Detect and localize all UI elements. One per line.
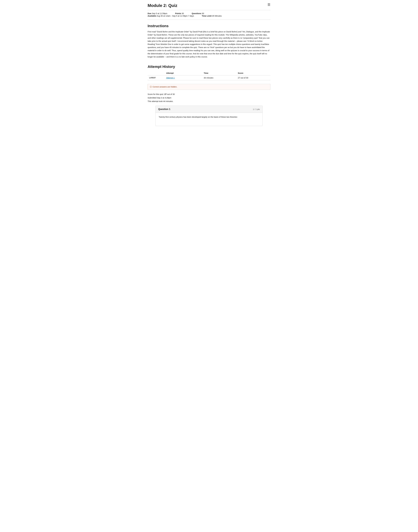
page-title: Module 2: Quiz xyxy=(148,3,177,8)
available-label: Available Aug 30 at 12am - Sep 5 at 11:5… xyxy=(148,15,194,17)
results-section: ⓘCorrect answers are hidden. Score for t… xyxy=(148,84,270,126)
hamburger-icon[interactable]: ☰ xyxy=(267,3,270,6)
meta-section: Due Sep 5 at 11:59pm Points 30 Questions… xyxy=(148,12,270,17)
instructions-section: Instructions First read "David Bohm and … xyxy=(148,24,270,58)
attempt-link-cell[interactable]: Attempt 1 xyxy=(165,75,202,80)
score-section: Score for this quiz: 27 out of 30 Submit… xyxy=(148,92,270,103)
col-header-score: Score xyxy=(236,71,270,75)
page-header: Module 2: Quiz ☰ xyxy=(148,3,270,8)
due-label: Due Sep 5 at 11:59pm xyxy=(148,12,167,14)
instructions-body: First read "David Bohm and the Implicate… xyxy=(148,30,270,58)
meta-divider xyxy=(148,20,270,20)
attempt-score: 27 out of 30 xyxy=(236,75,270,80)
duration-line: This attempt took 44 minutes. xyxy=(148,100,270,103)
question-1-header: Question 1 1 / 1 pts xyxy=(156,106,262,113)
attempt-label: LATEST xyxy=(148,75,165,80)
attempt-history-section: Attempt History Attempt Time Score LATES… xyxy=(148,65,270,80)
submitted-line: Submitted Sep 3 at 4:28pm xyxy=(148,96,270,100)
attempt-history-title: Attempt History xyxy=(148,65,270,69)
question-1-pts: 1 / 1 pts xyxy=(253,108,260,110)
table-row: LATEST Attempt 1 44 minutes 27 out of 30 xyxy=(148,75,270,80)
points-label: Points 30 xyxy=(175,12,184,14)
score-value: 27 xyxy=(164,93,167,95)
questions-label: Questions 30 xyxy=(192,12,204,14)
attempt-history-table: Attempt Time Score LATEST Attempt 1 44 m… xyxy=(148,71,270,80)
notice-text: ⓘCorrect answers are hidden. xyxy=(150,86,177,88)
time-limit-label: Time Limit 45 Minutes xyxy=(202,15,222,17)
header-divider xyxy=(148,10,270,10)
instructions-title: Instructions xyxy=(148,24,270,28)
notice-box: ⓘCorrect answers are hidden. xyxy=(148,84,270,90)
col-header-attempt: Attempt xyxy=(165,71,202,75)
notice-icon: ⓘ xyxy=(150,86,152,88)
attempt-link[interactable]: Attempt 1 xyxy=(166,77,175,79)
col-header-time: Time xyxy=(202,71,236,75)
score-line: Score for this quiz: 27 out of 30 xyxy=(148,92,270,96)
col-header-label xyxy=(148,71,165,75)
question-1-title: Question 1 xyxy=(158,108,170,111)
question-1-body: Twenty-first century physics has been de… xyxy=(156,113,262,126)
attempt-time: 44 minutes xyxy=(202,75,236,80)
question-1-card: Question 1 1 / 1 pts Twenty-first centur… xyxy=(155,106,263,126)
